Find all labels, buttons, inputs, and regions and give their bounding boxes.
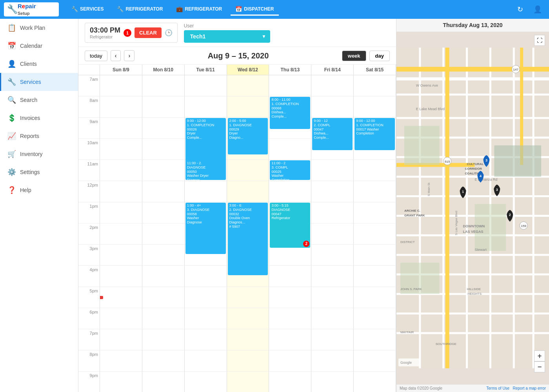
day-cell-2-row-5[interactable]: [185, 181, 227, 202]
day-cell-5-row-9[interactable]: [311, 266, 354, 287]
sidebar-item-help[interactable]: ❓ Help: [0, 181, 78, 199]
calendar-event[interactable]: 11:00 - 2.DIAGNOSE00050Washer DryerDiagn…: [185, 160, 226, 180]
day-cell-1-row-5[interactable]: [142, 181, 185, 202]
day-cell-5-row-5[interactable]: [311, 181, 354, 202]
day-cell-6-row-8[interactable]: [354, 245, 396, 266]
day-cell-0-row-7[interactable]: [100, 223, 142, 245]
day-cell-1-row-7[interactable]: [142, 223, 185, 245]
day-cell-3-row-0[interactable]: [227, 75, 269, 96]
day-cell-1-row-6[interactable]: [142, 202, 185, 223]
day-cell-3-row-10[interactable]: [227, 287, 269, 308]
day-cell-4-row-3[interactable]: [269, 139, 311, 160]
logo[interactable]: 🔧 RepairSetup: [4, 2, 59, 16]
day-cell-5-row-6[interactable]: [311, 202, 354, 223]
day-cell-4-row-1[interactable]: 8:00 - 11:001. COMPLETION00068Dishwa...C…: [269, 96, 311, 118]
day-cell-5-row-14[interactable]: [311, 372, 354, 392]
day-cell-6-row-5[interactable]: [354, 181, 396, 202]
day-cell-5-row-7[interactable]: [311, 223, 354, 245]
calendar-event[interactable]: 3:00 - 5:15DIAGNOSE00047Refrigerator2: [270, 203, 310, 248]
sidebar-item-invoices[interactable]: 💲 Invoices: [0, 109, 78, 127]
day-cell-4-row-13[interactable]: [269, 350, 311, 372]
day-cell-6-row-4[interactable]: [354, 160, 396, 181]
calendar-event[interactable]: 8:00 - 11:001. COMPLETION00068Dishwa...C…: [270, 97, 310, 129]
day-cell-6-row-10[interactable]: [354, 287, 396, 308]
user-select-wrapper[interactable]: Tech1: [184, 30, 270, 43]
calendar-event[interactable]: 2:00 - 5:001. DIAGNOSE00029DryerDiagno..…: [228, 118, 268, 154]
day-cell-3-row-11[interactable]: [227, 308, 269, 329]
day-cell-3-row-13[interactable]: [227, 350, 269, 372]
day-cell-3-row-2[interactable]: 2:00 - 5:001. DIAGNOSE00029DryerDiagno..…: [227, 118, 269, 139]
refresh-button[interactable]: ↻: [514, 4, 526, 15]
day-cell-6-row-0[interactable]: [354, 75, 396, 96]
day-cell-3-row-6[interactable]: 3:00 - 6:2. DIAGNOSE00032Double OvenDiag…: [227, 202, 269, 223]
week-view-button[interactable]: week: [342, 51, 366, 61]
day-cell-4-row-9[interactable]: [269, 266, 311, 287]
day-cell-6-row-9[interactable]: [354, 266, 396, 287]
day-cell-1-row-14[interactable]: [142, 372, 185, 392]
user-button[interactable]: 👤: [530, 4, 545, 15]
day-cell-1-row-9[interactable]: [142, 266, 185, 287]
day-cell-2-row-0[interactable]: [185, 75, 227, 96]
day-cell-0-row-14[interactable]: [100, 372, 142, 392]
day-cell-6-row-2[interactable]: 9:00 - 12:001. COMPLETION00017 WasherCom…: [354, 118, 396, 139]
day-cell-3-row-14[interactable]: [227, 372, 269, 392]
day-cell-0-row-12[interactable]: [100, 329, 142, 350]
day-cell-1-row-1[interactable]: [142, 96, 185, 118]
day-cell-5-row-1[interactable]: [311, 96, 354, 118]
day-cell-6-row-14[interactable]: [354, 372, 396, 392]
map-fullscreen-button[interactable]: ⛶: [534, 35, 545, 46]
day-cell-5-row-12[interactable]: [311, 329, 354, 350]
day-cell-1-row-0[interactable]: [142, 75, 185, 96]
day-cell-1-row-8[interactable]: [142, 245, 185, 266]
day-cell-2-row-12[interactable]: [185, 329, 227, 350]
sidebar-item-clients[interactable]: 👤 Clients: [0, 55, 78, 73]
day-cell-1-row-10[interactable]: [142, 287, 185, 308]
day-cell-0-row-9[interactable]: [100, 266, 142, 287]
day-cell-2-row-14[interactable]: [185, 372, 227, 392]
day-cell-6-row-11[interactable]: [354, 308, 396, 329]
day-cell-3-row-4[interactable]: [227, 160, 269, 181]
prev-button[interactable]: ‹: [111, 50, 121, 61]
day-cell-0-row-6[interactable]: [100, 202, 142, 223]
day-cell-2-row-11[interactable]: [185, 308, 227, 329]
sidebar-item-reports[interactable]: 📈 Reports: [0, 127, 78, 145]
day-cell-0-row-8[interactable]: [100, 245, 142, 266]
calendar-event[interactable]: 3:00 - 6:2. DIAGNOSE00032Double OvenDiag…: [228, 203, 268, 275]
day-cell-2-row-10[interactable]: [185, 287, 227, 308]
calendar-event[interactable]: 1:00 - 4+3. DIAGNOSE00058WasherDiagnose: [185, 203, 226, 254]
day-cell-4-row-6[interactable]: 3:00 - 5:15DIAGNOSE00047Refrigerator2: [269, 202, 311, 223]
day-cell-5-row-10[interactable]: [311, 287, 354, 308]
day-cell-1-row-12[interactable]: [142, 329, 185, 350]
day-cell-2-row-4[interactable]: 11:00 - 2.DIAGNOSE00050Washer DryerDiagn…: [185, 160, 227, 181]
day-cell-6-row-6[interactable]: [354, 202, 396, 223]
sidebar-item-search[interactable]: 🔍 Search: [0, 91, 78, 109]
report-link[interactable]: Report a map error: [513, 386, 546, 390]
day-cell-4-row-5[interactable]: [269, 181, 311, 202]
day-cell-4-row-11[interactable]: [269, 308, 311, 329]
day-cell-3-row-12[interactable]: [227, 329, 269, 350]
clear-button[interactable]: CLEAR: [135, 27, 162, 38]
day-cell-0-row-1[interactable]: [100, 96, 142, 118]
user-select[interactable]: Tech1: [184, 30, 270, 43]
zoom-out-button[interactable]: −: [534, 361, 545, 372]
zoom-in-button[interactable]: +: [534, 350, 545, 361]
day-cell-0-row-11[interactable]: [100, 308, 142, 329]
day-cell-4-row-0[interactable]: [269, 75, 311, 96]
sidebar-item-work-plan[interactable]: 📋 Work Plan: [0, 19, 78, 37]
tab-dispatcher[interactable]: 📅 DISPATCHER: [231, 4, 278, 16]
day-cell-5-row-11[interactable]: [311, 308, 354, 329]
day-cell-2-row-1[interactable]: [185, 96, 227, 118]
day-cell-4-row-14[interactable]: [269, 372, 311, 392]
day-cell-0-row-2[interactable]: [100, 118, 142, 139]
calendar-event[interactable]: 11:00 - 23. COMPL00025WasherCompletion: [270, 160, 310, 180]
day-cell-6-row-13[interactable]: [354, 350, 396, 372]
day-cell-5-row-0[interactable]: [311, 75, 354, 96]
day-cell-5-row-8[interactable]: [311, 245, 354, 266]
day-cell-6-row-12[interactable]: [354, 329, 396, 350]
day-cell-1-row-4[interactable]: [142, 160, 185, 181]
tab-refrigerator2[interactable]: 💼 REFRIGERATOR: [171, 4, 227, 16]
day-cell-4-row-10[interactable]: [269, 287, 311, 308]
calendar-event[interactable]: 9:00 - 12:001. COMPLETION00017 WasherCom…: [354, 118, 395, 150]
day-cell-4-row-12[interactable]: [269, 329, 311, 350]
day-cell-0-row-10[interactable]: [100, 287, 142, 308]
